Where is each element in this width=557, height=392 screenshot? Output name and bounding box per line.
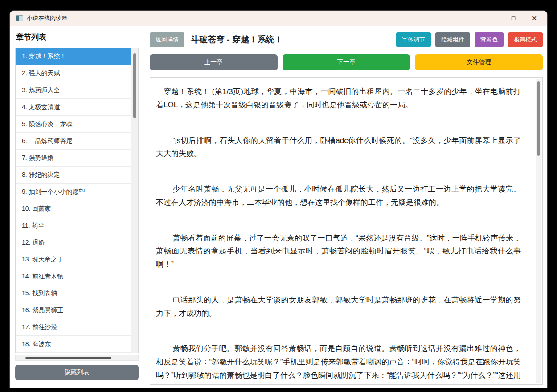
app-icon (16, 15, 23, 21)
paragraph: “js切后排啊，石头人你的大留着干什么用，卧槽adc你什么时候死的。”没多久，少… (156, 134, 521, 161)
chapter-item-15[interactable]: 15. 找到卷轴 (16, 285, 131, 302)
chapter-item-7[interactable]: 7. 强势逼婚 (16, 150, 131, 167)
chapter-item-17[interactable]: 17. 前往沙漠 (16, 319, 131, 336)
chapter-item-2[interactable]: 2. 强大的天赋 (16, 65, 131, 82)
hide-list-button[interactable]: 隐藏列表 (15, 365, 139, 380)
window-controls: — □ ✕ (478, 12, 541, 25)
next-chapter-button[interactable]: 下一章 (283, 54, 410, 70)
minimal-mode-button[interactable]: 极简模式 (508, 32, 543, 47)
chapter-list-vertical-scrollbar[interactable] (131, 48, 138, 353)
scrollbar-thumb[interactable] (537, 81, 540, 156)
background-color-button[interactable]: 背景色 (475, 32, 504, 47)
top-toolbar: 返回详情 斗破苍穹 - 穿越！系统！ 字体调节 隐藏组件 背景色 极简模式 (150, 32, 543, 47)
chapter-list-horizontal-scrollbar[interactable] (15, 355, 139, 361)
paragraph: 萧畅看着面前的屏幕，过了一会无奈的叹了一口气道：“果然还是没有晋级。”这时，一阵… (156, 232, 521, 271)
chapter-item-8[interactable]: 8. 雅妃的决定 (16, 167, 131, 184)
chapter-item-14[interactable]: 14. 前往青木镇 (16, 268, 131, 285)
hide-widgets-button[interactable]: 隐藏组件 (435, 32, 470, 47)
chapter-list-title: 章节列表 (15, 29, 139, 48)
reader-text-panel: 穿越！系统！ (第1/3页)地球，华夏，中海市，一间破旧的出租屋内。一名二十多岁… (150, 77, 543, 385)
scrollbar-thumb[interactable] (133, 53, 136, 118)
maximize-icon[interactable]: □ (507, 12, 520, 25)
back-to-details-button[interactable]: 返回详情 (150, 32, 184, 47)
chapter-item-6[interactable]: 6. 二品炼药师谷尼 (16, 133, 131, 150)
app-body: 章节列表 1. 穿越！系统！ 2. 强大的天赋 3. 炼药师大全 4. 太极玄清… (10, 26, 547, 388)
paragraph: 少年名叫萧畅，无父无母是一个孤儿，小时候在孤儿院长大，然后又一边打工一边上学的把… (156, 183, 521, 209)
chapter-item-5[interactable]: 5. 陨落心炎，龙魂 (16, 116, 131, 133)
chapter-item-12[interactable]: 12. 退婚 (16, 234, 131, 251)
titlebar: 小说在线阅读器 — □ ✕ (10, 11, 547, 26)
chapter-item-18[interactable]: 18. 海波东 (16, 336, 131, 353)
minimize-icon[interactable]: — (486, 12, 499, 25)
file-manager-button[interactable]: 文件管理 (415, 54, 543, 70)
chapter-items: 1. 穿越！系统！ 2. 强大的天赋 3. 炼药师大全 4. 太极玄清道 5. … (16, 48, 131, 353)
app-window: 小说在线阅读器 — □ ✕ 章节列表 1. 穿越！系统！ 2. 强大的天赋 3.… (10, 11, 547, 388)
reader-vertical-scrollbar[interactable] (536, 79, 541, 383)
chapter-sidebar: 章节列表 1. 穿越！系统！ 2. 强大的天赋 3. 炼药师大全 4. 太极玄清… (10, 26, 144, 388)
close-icon[interactable]: ✕ (528, 12, 541, 25)
chapter-nav-bar: 上一章 下一章 文件管理 (150, 54, 543, 70)
chapter-item-13[interactable]: 13. 魂天帝之子 (16, 251, 131, 268)
chapter-item-4[interactable]: 4. 太极玄清道 (16, 99, 131, 116)
book-chapter-title: 斗破苍穹 - 穿越！系统！ (191, 34, 283, 45)
reader-main: 返回详情 斗破苍穹 - 穿越！系统！ 字体调节 隐藏组件 背景色 极简模式 上一… (144, 26, 547, 388)
paragraph: 穿越！系统！ (第1/3页)地球，华夏，中海市，一间破旧的出租屋内。一名二十多岁… (156, 85, 521, 112)
chapter-item-10[interactable]: 10. 回萧家 (16, 200, 131, 217)
font-adjust-button[interactable]: 字体调节 (396, 32, 431, 47)
chapter-item-11[interactable]: 11. 药尘 (16, 217, 131, 234)
prev-chapter-button[interactable]: 上一章 (150, 54, 278, 70)
paragraph: 萧畅我们分手吧。郭敏并没有回答萧畅话，而是自顾自的说道。萧畅听到这话并没有漏出难… (156, 342, 521, 385)
chapter-item-16[interactable]: 16. 紫晶翼狮王 (16, 302, 131, 319)
chapter-list: 1. 穿越！系统！ 2. 强大的天赋 3. 炼药师大全 4. 太极玄清道 5. … (15, 48, 139, 353)
scrollbar-thumb[interactable] (25, 357, 111, 359)
chapter-item-3[interactable]: 3. 炼药师大全 (16, 82, 131, 99)
window-title: 小说在线阅读器 (27, 14, 67, 22)
paragraph: 电话那头的人，是萧畅在大学谈的女朋友郭敏，郭敏大学时是萧畅那班的班花，在萧畅将近… (156, 294, 521, 320)
chapter-item-9[interactable]: 9. 抽到一个小小的愿望 (16, 184, 131, 200)
chapter-item-1[interactable]: 1. 穿越！系统！ (16, 48, 131, 65)
